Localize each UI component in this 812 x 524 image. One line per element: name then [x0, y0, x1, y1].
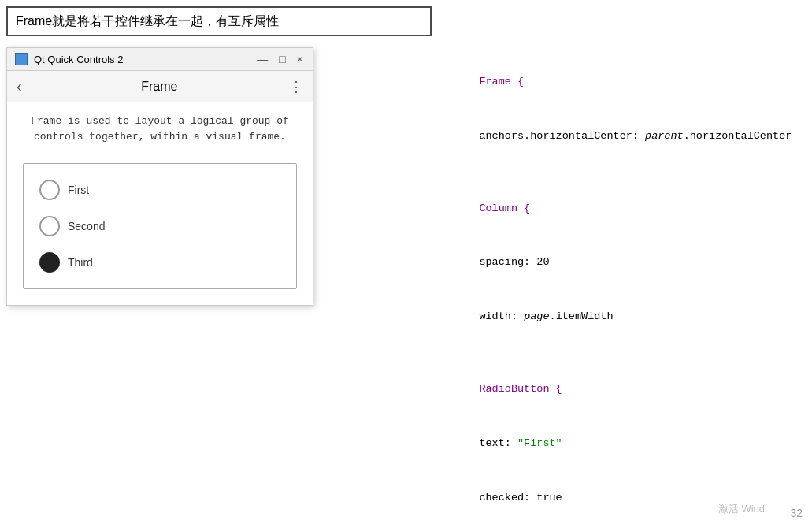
code-kw2: Column { [479, 203, 530, 214]
code-prop: anchors.horizontalCenter: [479, 130, 645, 142]
restore-button[interactable]: □ [277, 54, 287, 65]
annotation-text: Frame就是将若干控件继承在一起，有互斥属性 [16, 14, 279, 28]
menu-button[interactable]: ⋮ [289, 78, 303, 95]
radio-item-third[interactable]: Third [39, 252, 280, 273]
code-line-6: width: page.itemWidth [454, 290, 799, 344]
minimize-button[interactable]: — [255, 54, 269, 65]
app-header: ‹ Frame ⋮ [7, 71, 313, 102]
watermark: 激活 Wind [718, 502, 765, 516]
back-button[interactable]: ‹ [17, 77, 22, 95]
code-line-3 [454, 164, 799, 182]
code-line-9: text: "First" [454, 417, 799, 471]
qt-icon [15, 53, 28, 65]
code-checked: checked: true [479, 492, 562, 504]
radio-label-second: Second [68, 220, 105, 232]
code-kw: Frame { [479, 76, 524, 87]
code-line-1: Frame { [454, 55, 799, 110]
code-panel: Frame { anchors.horizontalCenter: parent… [441, 47, 812, 524]
page-number: 32 [790, 507, 803, 519]
code-rb1: RadioButton { [479, 383, 562, 395]
code-spacing: spacing: 20 [479, 256, 549, 268]
radio-label-third: Third [68, 256, 93, 269]
radio-label-first: First [68, 184, 89, 196]
radio-circle-third [39, 252, 60, 273]
radio-circle-second [39, 216, 60, 236]
app-description: Frame is used to layout a logical group … [7, 102, 313, 155]
window-titlebar: Qt Quick Controls 2 — □ × [7, 48, 313, 71]
code-first: "First" [517, 437, 562, 449]
radio-item-second[interactable]: Second [39, 216, 280, 236]
code-prop3: width: [479, 310, 524, 322]
code-line-5: spacing: 20 [454, 236, 799, 290]
radio-circle-first [39, 180, 60, 200]
code-prop4: .itemWidth [550, 310, 614, 322]
code-prop2: .horizontalCenter [684, 130, 792, 142]
code-line-4: Column { [454, 182, 799, 236]
code-line-8: RadioButton { [454, 362, 799, 417]
code-text1: text: [479, 437, 517, 449]
phone-window: Qt Quick Controls 2 — □ × ‹ Frame ⋮ Fram… [6, 47, 313, 306]
code-line-7 [454, 344, 799, 362]
close-button[interactable]: × [295, 54, 305, 65]
annotation-box: Frame就是将若干控件继承在一起，有互斥属性 [6, 6, 432, 36]
app-title: Frame [30, 80, 289, 94]
code-line-2: anchors.horizontalCenter: parent.horizon… [454, 110, 799, 164]
code-italic: parent [645, 130, 684, 142]
titlebar-title: Qt Quick Controls 2 [34, 54, 249, 65]
titlebar-controls: — □ × [255, 54, 305, 65]
frame-box: First Second Third [23, 163, 297, 289]
radio-item-first[interactable]: First [39, 180, 280, 200]
code-page: page [524, 310, 549, 322]
